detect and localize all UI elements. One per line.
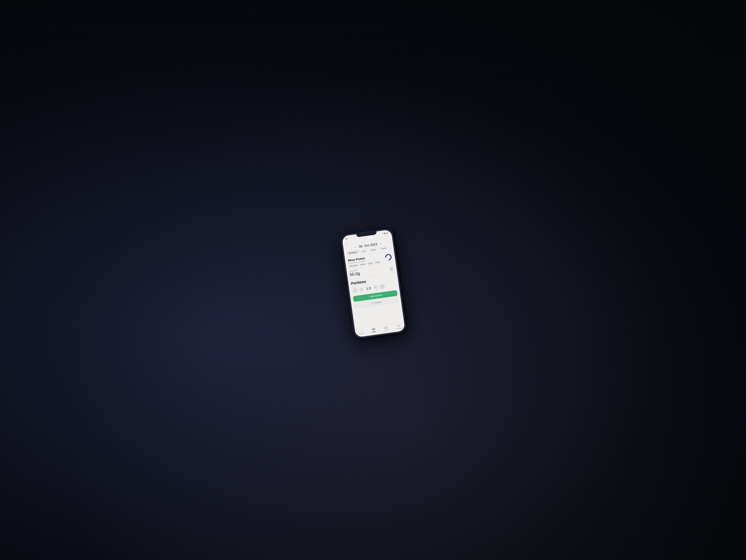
meal-label: Meal — [372, 331, 376, 332]
tag-fat: 2.65 g — [367, 262, 374, 265]
scene: 10: ✈ ▐ 91% ← ‹ 30. O — [0, 0, 746, 560]
tag-calories: 187.00 Cal — [348, 264, 358, 268]
next-date-button[interactable]: › — [379, 241, 382, 245]
status-time: 10: — [345, 238, 348, 240]
recipe-icon: 📖 — [384, 325, 388, 329]
clear-label: CLEAR — [374, 301, 381, 304]
analysis-label: Analysis — [359, 332, 364, 334]
status-icons: ✈ ▐ 91% — [382, 232, 388, 234]
increment-large-button[interactable]: + — [379, 283, 385, 290]
recipe-label: Recipe — [384, 329, 389, 331]
decrement-small-button[interactable]: − — [359, 287, 364, 292]
nav-analysis[interactable]: ⌂ Analysis — [357, 329, 366, 335]
battery-icon: ▐ — [384, 233, 385, 234]
add-icon: + — [368, 296, 369, 298]
nav-bodyweight[interactable]: ⊡ Bodyweight — [394, 323, 403, 330]
battery-percent: 91% — [385, 232, 388, 234]
portions-value: 1.0 — [365, 286, 372, 291]
decrement-large-button[interactable]: − — [352, 287, 358, 293]
add-entry-label: ADD ENTRY — [370, 294, 383, 298]
meal-icon: 🍽 — [372, 327, 375, 331]
donut-chart — [384, 253, 393, 262]
tag-carbs: 2.25 g — [374, 261, 381, 264]
clear-icon: ✕ — [391, 268, 393, 270]
bodyweight-label: Bodyweight — [395, 327, 402, 329]
serving-clear-button[interactable]: ✕ — [389, 266, 394, 272]
prev-date-button[interactable]: ‹ — [354, 245, 357, 249]
airplane-icon: ✈ — [382, 233, 383, 234]
nav-recipe[interactable]: 📖 Recipe — [381, 325, 391, 331]
tag-protein: 39.00 g — [359, 263, 367, 266]
back-button[interactable]: ← — [345, 242, 348, 245]
increment-small-button[interactable]: + — [373, 285, 378, 290]
analysis-icon: ⌂ — [360, 329, 362, 332]
clear-x-icon: ✕ — [371, 302, 373, 304]
bodyweight-icon: ⊡ — [397, 324, 400, 327]
nav-meal[interactable]: 🍽 Meal — [369, 327, 378, 333]
